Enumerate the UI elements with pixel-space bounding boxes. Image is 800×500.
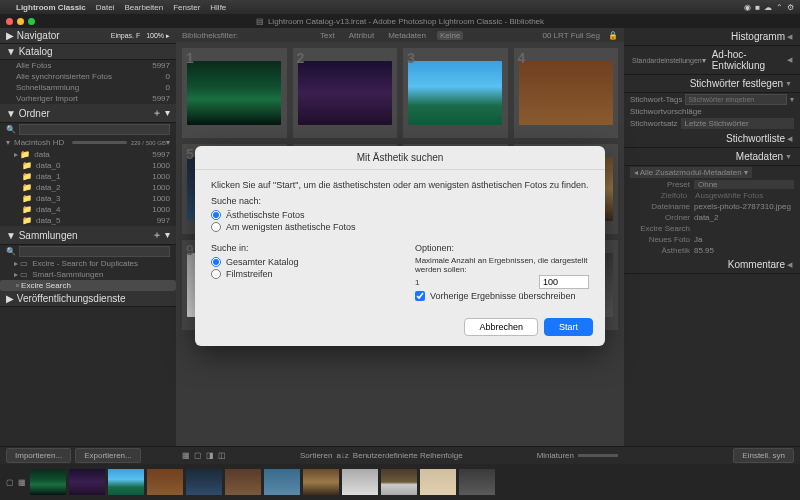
eye-icon[interactable]: ◉ [744, 3, 751, 12]
sort-order-dropdown[interactable]: Benutzerdefinierte Reihenfolge [353, 451, 463, 460]
lock-icon[interactable]: 🔒 [608, 31, 618, 40]
folder-search-input[interactable] [19, 124, 170, 135]
menu-datei[interactable]: Datei [96, 3, 115, 12]
filter-preset[interactable]: 00 LRT Full Seg [542, 31, 600, 40]
volume-row[interactable]: ▾ Macintosh HD229 / 500 GB ▾ [0, 136, 176, 149]
filter-tab-metadaten[interactable]: Metadaten [385, 31, 429, 40]
menu-fenster[interactable]: Fenster [173, 3, 200, 12]
max-results-input[interactable] [539, 275, 589, 289]
dialog-title: Mit Ästhetik suchen [195, 146, 605, 170]
menubar-status-icons: ◉ ■ ☁ ⌃ ⚙ [744, 3, 794, 12]
cancel-button[interactable]: Abbrechen [464, 318, 538, 336]
filmstrip-thumb[interactable] [420, 469, 456, 495]
menu-hilfe[interactable]: Hilfe [210, 3, 226, 12]
preset-dropdown[interactable]: Ohne [694, 180, 794, 189]
thumbnail-size-slider[interactable] [578, 454, 618, 457]
stichwoerter-festlegen-header[interactable]: Stichwörter festlegen▼ [624, 75, 800, 93]
sort-direction-icon[interactable]: a↓z [336, 451, 348, 460]
cloud-icon[interactable]: ☁ [764, 3, 772, 12]
katalog-row[interactable]: Alle Fotos5997 [0, 60, 176, 71]
katalog-row[interactable]: Schnellsammlung0 [0, 82, 176, 93]
folder-row[interactable]: 📁 data_31000 [0, 193, 176, 204]
metadaten-header[interactable]: Metadaten▼ [624, 148, 800, 166]
meta-row: Ästhetik85.95 [624, 245, 800, 256]
keyword-suggestions-row[interactable]: Stichwortvorschläge [624, 106, 800, 117]
keyword-set-dropdown[interactable]: Letzte Stichwörter [681, 118, 794, 129]
ordner-header[interactable]: ▼ Ordner＋ ▾ [0, 104, 176, 123]
folder-row[interactable]: 📁 data_41000 [0, 204, 176, 215]
control-center-icon[interactable]: ⚙ [787, 3, 794, 12]
collection-row[interactable]: ▸ ▭ Smart-Sammlungen [0, 269, 176, 280]
pub-header[interactable]: ▶ Veröffentlichungsdienste [0, 291, 176, 307]
folder-row[interactable]: 📁 data_5997 [0, 215, 176, 226]
tab-zielfoto[interactable]: Zielfoto [661, 191, 687, 200]
grid-cell[interactable]: 1 [182, 48, 287, 138]
histogram-header[interactable]: Histogramm◀ [624, 28, 800, 46]
checkbox-overwrite[interactable]: Vorherige Ergebnisse überschreiben [415, 290, 589, 302]
collection-search-input[interactable] [19, 246, 170, 257]
filter-tab-text[interactable]: Text [317, 31, 338, 40]
filmstrip-thumb[interactable] [30, 469, 66, 495]
tab-ausgewaehlte[interactable]: Ausgewählte Fotos [695, 191, 763, 200]
meta-row: Neues FotoJa [624, 234, 800, 245]
grid-cell[interactable]: 3 [403, 48, 508, 138]
second-monitor-icon[interactable]: ▢ [6, 478, 14, 487]
filmstrip-thumb[interactable] [147, 469, 183, 495]
grid-cell[interactable]: 2 [293, 48, 398, 138]
katalog-row[interactable]: Alle synchronisierten Fotos0 [0, 71, 176, 82]
preset-label: Preset [630, 180, 690, 189]
adhoc-header[interactable]: Standardeinstellungen ▾Ad-hoc-Entwicklun… [624, 46, 800, 75]
folder-row[interactable]: 📁 data_11000 [0, 171, 176, 182]
wrench-icon[interactable]: ▾ [790, 95, 794, 104]
collection-row[interactable]: ▸ ▭ Excire - Search for Duplicates [0, 258, 176, 269]
radio-wenigsten[interactable]: Am wenigsten ästhetische Fotos [211, 221, 589, 233]
app-menu[interactable]: Lightroom Classic [16, 3, 86, 12]
search-icon: 🔍 [6, 247, 16, 256]
start-button[interactable]: Start [544, 318, 593, 336]
folder-row[interactable]: 📁 data_01000 [0, 160, 176, 171]
sammlungen-header[interactable]: ▼ Sammlungen＋ ▾ [0, 226, 176, 245]
filmstrip-thumb[interactable] [381, 469, 417, 495]
view-mode-compare-icon[interactable]: ◨ [206, 451, 214, 460]
sync-settings-button[interactable]: Einstell. syn [733, 448, 794, 463]
close-window-button[interactable] [6, 18, 13, 25]
radio-gesamter-katalog[interactable]: Gesamter Katalog [211, 256, 385, 268]
view-mode-survey-icon[interactable]: ◫ [218, 451, 226, 460]
filmstrip-thumb[interactable] [69, 469, 105, 495]
filmstrip-thumb[interactable] [186, 469, 222, 495]
zoom-window-button[interactable] [28, 18, 35, 25]
kommentare-header[interactable]: Kommentare◀ [624, 256, 800, 274]
filmstrip[interactable]: ▢ ▦ [0, 464, 800, 500]
filmstrip-thumb[interactable] [108, 469, 144, 495]
radio-filmstreifen[interactable]: Filmstreifen [211, 268, 385, 280]
grid-icon[interactable]: ▦ [18, 478, 26, 487]
filmstrip-thumb[interactable] [459, 469, 495, 495]
navigator-header[interactable]: ▶ Navigator Einpas. F 100% ▸ [0, 28, 176, 44]
collection-row-selected[interactable]: ▫ Excire Search [0, 280, 176, 291]
view-mode-loupe-icon[interactable]: ▢ [194, 451, 202, 460]
filmstrip-thumb[interactable] [342, 469, 378, 495]
record-icon[interactable]: ■ [755, 3, 760, 12]
minimize-window-button[interactable] [17, 18, 24, 25]
stichwortliste-header[interactable]: Stichwortliste◀ [624, 130, 800, 148]
menu-bearbeiten[interactable]: Bearbeiten [124, 3, 163, 12]
katalog-row[interactable]: Vorheriger Import5997 [0, 93, 176, 104]
folder-row[interactable]: 📁 data_21000 [0, 182, 176, 193]
filter-tab-attribut[interactable]: Attribut [346, 31, 377, 40]
metadata-filter-dropdown[interactable]: ◂ Alle Zusatzmodul-Metadaten ▾ [630, 167, 752, 178]
filmstrip-thumb[interactable] [303, 469, 339, 495]
keyword-input[interactable] [685, 94, 787, 105]
filmstrip-thumb[interactable] [264, 469, 300, 495]
export-button[interactable]: Exportieren... [75, 448, 141, 463]
grid-cell[interactable]: 4 [514, 48, 619, 138]
katalog-header[interactable]: ▼ Katalog [0, 44, 176, 60]
folder-row[interactable]: ▸ 📁 data5997 [0, 149, 176, 160]
import-button[interactable]: Importieren... [6, 448, 71, 463]
filter-tab-keine[interactable]: Keine [437, 31, 463, 40]
window-titlebar: ▤ Lightroom Catalog-v13.lrcat - Adobe Ph… [0, 14, 800, 28]
view-mode-grid-icon[interactable]: ▦ [182, 451, 190, 460]
filmstrip-thumb[interactable] [225, 469, 261, 495]
meta-row: Dateinamepexels-photo-2787310.jpeg [624, 201, 800, 212]
radio-aesthetischste[interactable]: Ästhetischste Fotos [211, 209, 589, 221]
wifi-icon[interactable]: ⌃ [776, 3, 783, 12]
